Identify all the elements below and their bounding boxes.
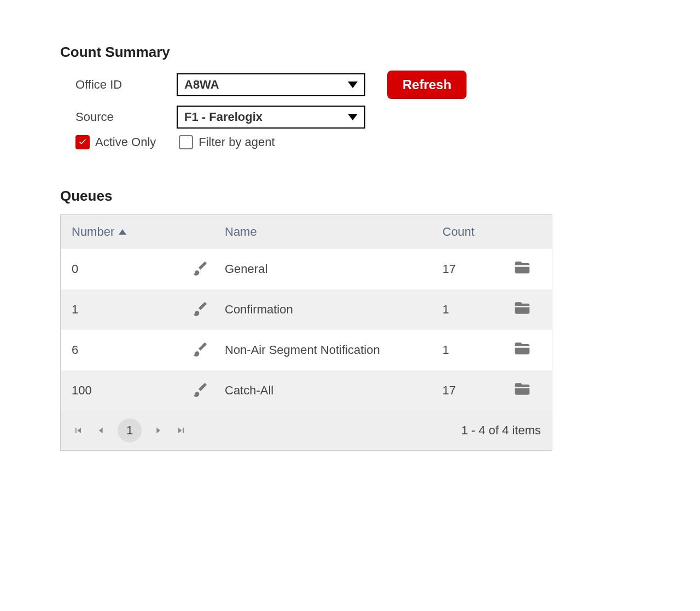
pager-last-button[interactable]: [174, 424, 188, 437]
office-id-select-wrap: A8WA: [177, 73, 365, 96]
active-only-checkbox[interactable]: [75, 135, 90, 149]
brush-icon: [192, 380, 209, 398]
row-count: 17: [442, 262, 514, 276]
brush-icon: [192, 259, 209, 276]
queues-grid: Number Name Count 0General171Confirmatio…: [60, 214, 552, 451]
source-label: Source: [75, 110, 177, 124]
pager-prev-button[interactable]: [95, 424, 108, 437]
source-select-wrap: F1 - Farelogix: [177, 106, 365, 129]
row-brush-button[interactable]: [192, 380, 225, 401]
filter-by-agent-checkbox[interactable]: [179, 135, 193, 149]
row-count: 17: [442, 383, 514, 398]
pager: 1 1 - 4 of 4 items: [61, 411, 552, 450]
pager-info: 1 - 4 of 4 items: [461, 423, 541, 438]
folder-icon: [514, 259, 531, 276]
filters-container: Office ID A8WA Refresh Source F1 - Farel…: [60, 71, 684, 149]
row-number: 6: [72, 343, 192, 357]
checkbox-row: Active Only Filter by agent: [75, 135, 684, 149]
queues-title: Queues: [60, 188, 684, 205]
table-row[interactable]: 6Non-Air Segment Notification1: [61, 330, 552, 370]
refresh-button[interactable]: Refresh: [387, 71, 466, 99]
chevron-down-icon: [348, 114, 358, 120]
row-brush-button[interactable]: [192, 340, 225, 360]
row-folder-button[interactable]: [514, 299, 541, 320]
active-only-label: Active Only: [95, 135, 156, 149]
brush-icon: [192, 299, 209, 317]
prev-page-icon: [97, 426, 106, 435]
row-number: 100: [72, 383, 192, 398]
col-icon-header: [192, 225, 225, 239]
office-id-row: Office ID A8WA Refresh: [75, 71, 684, 99]
row-folder-button[interactable]: [514, 340, 541, 360]
row-number: 1: [72, 302, 192, 317]
table-row[interactable]: 100Catch-All17: [61, 370, 552, 411]
source-value: F1 - Farelogix: [184, 110, 262, 124]
row-folder-button[interactable]: [514, 380, 541, 401]
row-count: 1: [442, 343, 514, 357]
source-select[interactable]: F1 - Farelogix: [177, 106, 365, 129]
pager-next-button[interactable]: [151, 424, 165, 437]
col-count-header[interactable]: Count: [442, 225, 514, 239]
pager-first-button[interactable]: [72, 424, 85, 437]
row-name: Confirmation: [225, 302, 442, 317]
office-id-label: Office ID: [75, 78, 177, 92]
pager-left: 1: [72, 418, 188, 443]
folder-icon: [514, 340, 531, 357]
row-brush-button[interactable]: [192, 259, 225, 280]
filter-by-agent-label: Filter by agent: [199, 135, 275, 149]
row-name: Catch-All: [225, 383, 442, 398]
source-row: Source F1 - Farelogix: [75, 106, 684, 129]
queues-section: Queues Number Name Count 0General171Conf…: [60, 188, 684, 451]
row-folder-button[interactable]: [514, 259, 541, 280]
office-id-value: A8WA: [184, 78, 219, 92]
folder-icon: [514, 380, 531, 398]
col-number-label: Number: [72, 225, 114, 239]
next-page-icon: [154, 426, 162, 435]
row-count: 1: [442, 302, 514, 317]
sort-asc-icon: [119, 229, 126, 235]
col-name-header[interactable]: Name: [225, 225, 442, 239]
check-icon: [78, 137, 88, 147]
pager-current-page[interactable]: 1: [118, 418, 142, 443]
col-number-header[interactable]: Number: [72, 225, 192, 239]
row-number: 0: [72, 262, 192, 276]
folder-icon: [514, 299, 531, 317]
chevron-down-icon: [348, 82, 358, 88]
count-summary-title: Count Summary: [60, 44, 684, 61]
table-row[interactable]: 1Confirmation1: [61, 289, 552, 330]
col-folder-header: [514, 225, 541, 239]
grid-header: Number Name Count: [61, 215, 552, 249]
brush-icon: [192, 340, 209, 357]
first-page-icon: [73, 425, 84, 436]
row-brush-button[interactable]: [192, 299, 225, 320]
row-name: Non-Air Segment Notification: [225, 343, 442, 357]
office-id-select[interactable]: A8WA: [177, 73, 365, 96]
row-name: General: [225, 262, 442, 276]
table-row[interactable]: 0General17: [61, 249, 552, 289]
last-page-icon: [176, 425, 186, 436]
